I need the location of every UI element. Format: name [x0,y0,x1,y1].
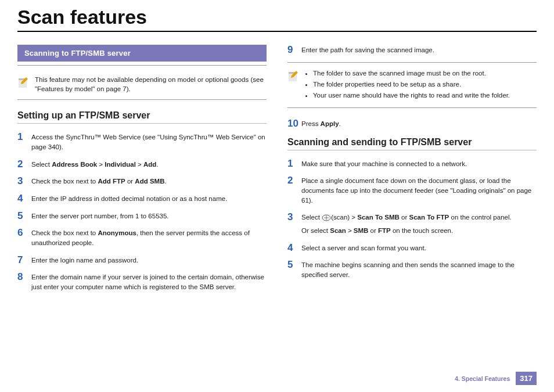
step-number: 4 [17,193,31,203]
t: on the touch screen. [391,227,453,234]
setup-step: 3 Check the box next to Add FTP or Add S… [17,176,267,186]
t: Select [301,214,322,221]
step-text: Enter the login name and password. [31,255,267,265]
t: on the control panel. [449,214,511,221]
note-item: The folder to save the scanned image mus… [313,69,537,78]
setup-step: 6 Check the box next to Anonymous, then … [17,228,267,247]
step-number: 4 [287,243,301,253]
step-text: Access the SyncThru™ Web Service (see "U… [31,132,267,152]
step-text: Place a single document face down on the… [301,175,537,205]
setup-step: 4 Enter the IP address in dotted decimal… [17,193,267,204]
step-text: Check the box next to Anonymous, then th… [31,228,267,247]
step-text: Select Address Book > Individual > Add. [31,159,267,170]
t: Apply [321,120,339,127]
t: Scan To SMB [357,214,400,221]
note-icon [17,76,29,89]
step-number: 1 [287,159,301,168]
step-number: 5 [17,211,31,221]
step-subline: Or select Scan > SMB or FTP on the touch… [301,226,537,236]
note-item: Your user name should have the rights to… [313,91,537,100]
send-step: 5 The machine begins scanning and then s… [287,260,537,279]
t: Scan To FTP [409,214,449,221]
t: Individual [105,161,136,168]
footer-chapter: 4. Special Features [455,375,510,382]
t: Address Book [52,161,97,168]
t: > [346,227,354,234]
step-text: Enter the domain name if your server is … [31,272,267,292]
t: Add SMB [135,178,164,185]
t: or [125,178,135,185]
t: Or select [301,227,330,234]
send-step: 3 Select (scan) > Scan To SMB or Scan To… [287,212,537,235]
step-number: 9 [287,45,301,55]
step-number: 6 [17,228,31,238]
step-text: Enter the IP address in dotted decimal n… [31,193,267,204]
t: Check the box next to [31,178,98,185]
content-columns: Scanning to FTP/SMB server This feature … [17,45,537,299]
page-footer: 4. Special Features 317 [455,372,537,385]
subheading-setup: Setting up an FTP/SMB server [17,110,267,124]
setup-step: 2 Select Address Book > Individual > Add… [17,159,267,170]
step-text: Select (scan) > Scan To SMB or Scan To F… [301,212,537,235]
step-text: Make sure that your machine is connected… [301,159,537,169]
t: SMB [354,227,369,234]
right-column: 9 Enter the path for saving the scanned … [287,45,537,299]
step-number: 7 [17,255,31,265]
step-number: 1 [17,132,31,142]
step-number: 2 [17,159,31,169]
t: Anonymous [98,229,136,236]
step-number: 8 [17,272,31,282]
setup-step: 1 Access the SyncThru™ Web Service (see … [17,132,267,152]
send-step: 4 Select a server and scan format you wa… [287,243,537,253]
setup-step: 5 Enter the server port number, from 1 t… [17,211,267,221]
step-text: Enter the path for saving the scanned im… [301,45,537,55]
note-availability: This feature may not be available depend… [17,71,267,100]
left-column: Scanning to FTP/SMB server This feature … [17,45,267,299]
t: . [164,178,166,185]
setup-step: 7 Enter the login name and password. [17,255,267,265]
t: . [156,161,158,168]
setup-step: 8 Enter the domain name if your server i… [17,272,267,292]
t: . [339,120,341,127]
t: Add FTP [98,178,125,185]
setup-step: 10 Press Apply. [287,118,537,129]
step-number: 5 [287,260,301,269]
t: Select [31,161,52,168]
step-number: 3 [17,176,31,186]
step-text: Select a server and scan format you want… [301,243,537,253]
subheading-send: Scanning and sending to FTP/SMB server [287,137,537,150]
step-text: The machine begins scanning and then sen… [301,260,537,279]
step-text: Check the box next to Add FTP or Add SMB… [31,176,267,186]
t: > [136,161,143,168]
send-step: 1 Make sure that your machine is connect… [287,159,537,169]
t: FTP [378,227,391,234]
note-folder: The folder to save the scanned image mus… [287,62,537,108]
banner-underline [17,65,267,66]
step-number: 10 [287,118,301,128]
t: Press [301,120,321,127]
scan-icon [322,214,331,221]
step-number: 2 [287,175,301,185]
t: Scan [330,227,346,234]
footer-page-number: 317 [516,372,537,385]
note-icon [287,70,299,82]
note-item: The folder properties need to be setup a… [313,80,537,89]
step-text: Enter the server port number, from 1 to … [31,211,267,221]
t: > [97,161,105,168]
page-title: Scan features [17,6,537,32]
t: (scan) > [331,214,357,221]
t: or [368,227,378,234]
step-number: 3 [287,212,301,222]
step-text: Press Apply. [301,118,537,129]
note-text: This feature may not be available depend… [35,75,267,93]
note-list: The folder to save the scanned image mus… [305,69,537,102]
t: Check the box next to [31,229,98,236]
setup-step: 9 Enter the path for saving the scanned … [287,45,537,55]
send-step: 2 Place a single document face down on t… [287,175,537,205]
t: Add [143,161,156,168]
t: or [400,214,409,221]
section-banner: Scanning to FTP/SMB server [17,45,267,62]
